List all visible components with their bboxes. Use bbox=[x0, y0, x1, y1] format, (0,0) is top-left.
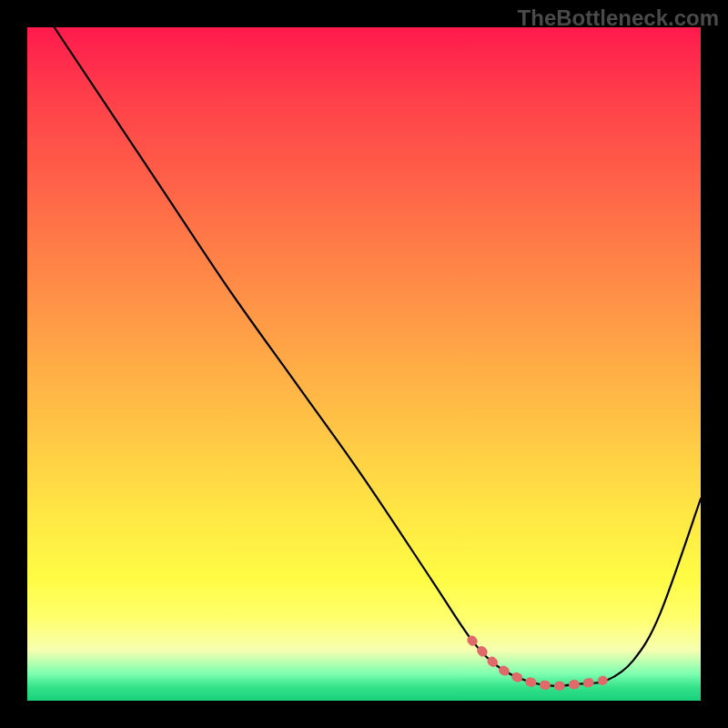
highlight-line bbox=[471, 640, 602, 685]
chart-frame: TheBottleneck.com bbox=[0, 0, 728, 728]
plot-area bbox=[27, 27, 701, 701]
curve-line bbox=[55, 27, 701, 686]
chart-svg bbox=[27, 27, 701, 701]
